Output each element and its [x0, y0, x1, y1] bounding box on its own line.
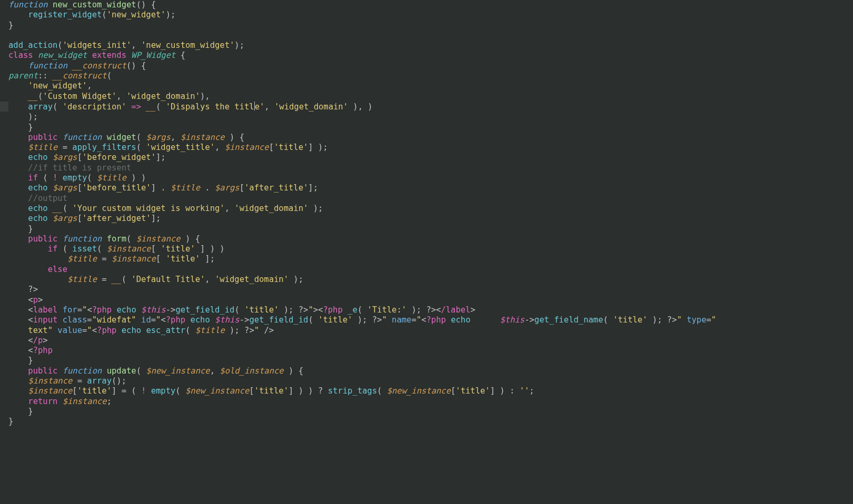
- current-line-indicator: [0, 102, 8, 112]
- code-editor[interactable]: function new_custom_widget() { register_…: [8, 0, 716, 427]
- editor-gutter: [0, 0, 8, 504]
